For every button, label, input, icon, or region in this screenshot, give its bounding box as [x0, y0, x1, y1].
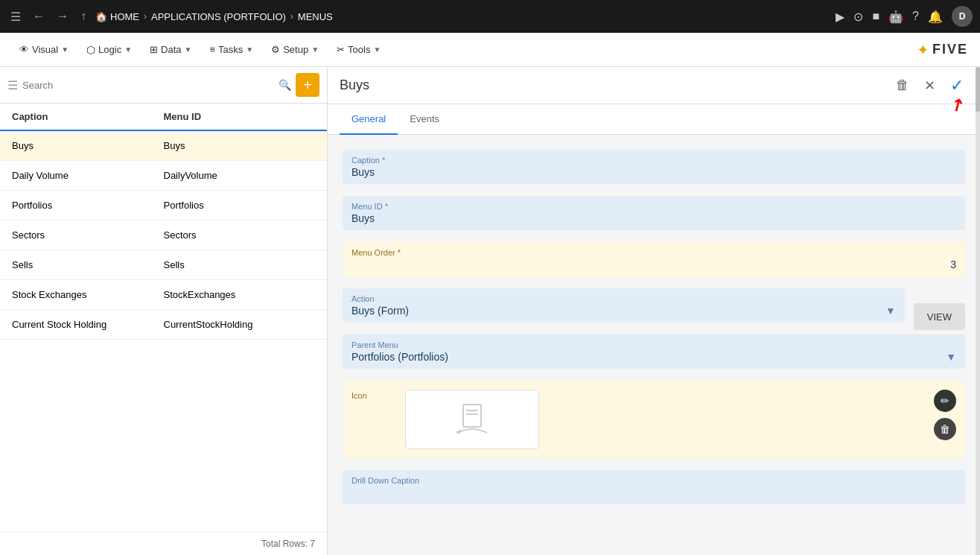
grid-icon: ⊞ [150, 44, 158, 55]
delete-button[interactable]: 🗑 [891, 74, 914, 96]
logic-menu[interactable]: ⬡ Logic ▼ [79, 39, 139, 60]
sidebar: ☰ 🔍 + Caption Menu ID Buys Buys Daily Vo… [0, 67, 328, 555]
drill-down-field[interactable]: Drill Down Caption [343, 470, 965, 504]
search-icon[interactable]: 🔍 [279, 79, 291, 91]
home-link[interactable]: 🏠 HOME [95, 11, 139, 22]
icon-edit-buttons: ✏ 🗑 [934, 390, 956, 440]
table-row[interactable]: Sectors Sectors [0, 221, 327, 250]
panel-title: Buys [340, 77, 369, 93]
table-row[interactable]: Sells Sells [0, 250, 327, 280]
table-row[interactable]: Stock Exchanges StockExchanges [0, 280, 327, 310]
bell-icon[interactable]: 🔔 [928, 10, 943, 24]
data-menu[interactable]: ⊞ Data ▼ [142, 39, 199, 60]
parent-menu-field[interactable]: Parent Menu Portfolios (Portfolios) ▼ [343, 334, 965, 369]
menu-order-value: 3 [351, 259, 956, 270]
action-label: Action [351, 294, 896, 303]
parent-menu-field-group: Parent Menu Portfolios (Portfolios) ▼ [343, 334, 965, 369]
tasks-icon: ≡ [209, 44, 215, 55]
help-icon[interactable]: ? [912, 10, 919, 23]
icon-section: Icon ✏ 🗑 [343, 381, 965, 458]
scrollbar-thumb[interactable] [976, 67, 980, 112]
gear-icon: ⚙ [271, 44, 280, 55]
parent-menu-value: Portfolios (Portfolios) [351, 351, 448, 363]
row-caption: Sectors [12, 229, 164, 241]
view-button[interactable]: VIEW [914, 303, 965, 330]
row-menu-id: DailyVolume [164, 170, 316, 181]
tools-icon: ✂ [337, 44, 345, 55]
back-icon[interactable]: ← [30, 7, 48, 26]
table-row[interactable]: Current Stock Holding CurrentStockHoldin… [0, 310, 327, 340]
star-icon: ✦ [917, 41, 929, 59]
menu-order-field[interactable]: Menu Order * 3 [343, 242, 965, 276]
icon-preview [405, 390, 539, 449]
row-caption: Current Stock Holding [12, 319, 164, 330]
row-menu-id: Buys [164, 140, 316, 151]
tools-dropdown-arrow: ▼ [373, 45, 381, 54]
table-row[interactable]: Buys Buys [0, 131, 327, 161]
add-button[interactable]: + [296, 73, 319, 97]
icon-label: Icon [351, 391, 367, 400]
caption-field[interactable]: Caption * Buys [343, 150, 965, 184]
svg-rect-0 [463, 405, 481, 427]
play-icon[interactable]: ▶ [836, 10, 844, 24]
row-caption: Sells [12, 259, 164, 270]
drill-down-value [351, 486, 956, 498]
row-menu-id: Sectors [164, 229, 316, 241]
menu-id-label: Menu ID * [351, 202, 956, 211]
action-field-group: Action Buys (Form) ▼ [343, 288, 905, 323]
caption-label: Caption * [351, 156, 956, 165]
tasks-menu[interactable]: ≡ Tasks ▼ [202, 39, 261, 60]
caption-field-group: Caption * Buys [343, 150, 965, 184]
parent-menu-label: Parent Menu [351, 340, 956, 349]
menu-order-field-group: Menu Order * 3 [343, 242, 965, 276]
visual-dropdown-arrow: ▼ [61, 45, 69, 54]
row-menu-id: StockExchanges [164, 289, 316, 300]
breadcrumb-sep2: › [290, 11, 293, 22]
search-circle-icon[interactable]: ⊙ [853, 10, 863, 24]
action-row: Action Buys (Form) ▼ VIEW [343, 288, 965, 334]
action-field[interactable]: Action Buys (Form) ▼ [343, 288, 905, 323]
top-nav: ☰ ← → ↑ 🏠 HOME › APPLICATIONS (PORTFOLIO… [0, 0, 980, 33]
icon-edit-button[interactable]: ✏ [934, 390, 956, 412]
stop-icon[interactable]: ■ [872, 10, 879, 23]
row-caption: Buys [12, 140, 164, 151]
action-dropdown-arrow: ▼ [885, 305, 896, 317]
breadcrumb: 🏠 HOME › APPLICATIONS (PORTFOLIO) › MENU… [95, 11, 830, 22]
total-rows-label: Total Rows: 7 [261, 539, 315, 549]
menu-id-field[interactable]: Menu ID * Buys [343, 196, 965, 230]
logic-icon: ⬡ [86, 44, 95, 56]
caption-column-header: Caption [12, 111, 164, 122]
search-input[interactable] [22, 80, 274, 91]
form-content: Caption * Buys Menu ID * Buys Menu Order… [328, 135, 980, 555]
tab-events[interactable]: Events [398, 104, 451, 135]
row-menu-id: CurrentStockHolding [164, 319, 316, 330]
icon-delete-button[interactable]: 🗑 [934, 418, 956, 440]
tab-general[interactable]: General [340, 104, 398, 135]
data-dropdown-arrow: ▼ [185, 45, 192, 54]
row-menu-id: Sells [164, 259, 316, 270]
action-value: Buys (Form) [351, 305, 409, 317]
forward-icon[interactable]: → [54, 7, 71, 26]
up-icon[interactable]: ↑ [77, 7, 89, 26]
setup-menu[interactable]: ⚙ Setup ▼ [264, 39, 326, 60]
sidebar-menu-icon: ☰ [7, 78, 18, 92]
caption-value: Buys [351, 166, 956, 178]
scrollbar-track[interactable] [976, 67, 980, 555]
menu-id-value: Buys [351, 212, 956, 224]
visual-menu[interactable]: 👁 Visual ▼ [12, 39, 76, 60]
hamburger-icon[interactable]: ☰ [7, 7, 24, 27]
row-caption: Portfolios [12, 200, 164, 211]
tools-menu[interactable]: ✂ Tools ▼ [329, 39, 388, 60]
robot-icon[interactable]: 🤖 [888, 10, 903, 24]
table-row[interactable]: Daily Volume DailyVolume [0, 161, 327, 191]
five-logo: ✦ FIVE [917, 41, 968, 59]
table-body: Buys Buys Daily Volume DailyVolume Portf… [0, 131, 327, 532]
menu-order-label: Menu Order * [351, 248, 956, 257]
avatar[interactable]: D [952, 6, 973, 27]
panel-header: Buys 🗑 ✕ ✓ [328, 67, 980, 104]
table-row[interactable]: Portfolios Portfolios [0, 191, 327, 221]
menu-id-field-group: Menu ID * Buys [343, 196, 965, 230]
close-button[interactable]: ✕ [920, 74, 940, 97]
drill-down-label: Drill Down Caption [351, 476, 956, 485]
breadcrumb-portfolio[interactable]: APPLICATIONS (PORTFOLIO) [151, 11, 286, 22]
